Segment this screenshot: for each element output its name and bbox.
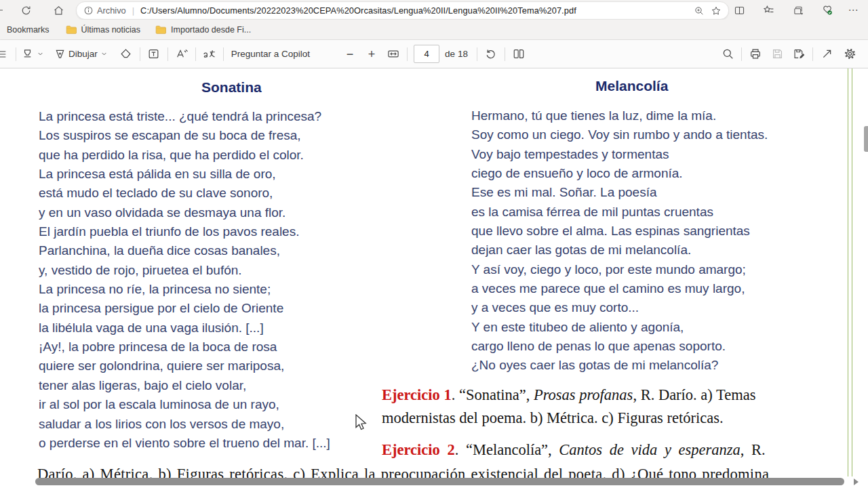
save-as-icon[interactable] (790, 45, 808, 64)
horizontal-scrollbar[interactable] (35, 478, 844, 485)
exercise-1-label: Ejercicio 1 (382, 386, 452, 403)
exercise-2-line-1: Ejercicio 2. “Melancolía”, Cantos de vid… (382, 441, 766, 459)
mouse-cursor (353, 414, 368, 432)
rotate-icon[interactable] (482, 45, 500, 64)
bookmark-folder-importado[interactable]: Importado desde Fi... (150, 22, 256, 38)
page-number-input[interactable]: 4 (414, 45, 439, 63)
bookmarks-root-item[interactable]: Bookmarks (1, 22, 55, 38)
exercise-1-line-1: Ejercicio 1. “Sonatina”, Prosas profanas… (382, 386, 755, 404)
bookmark-folder-label: Últimas noticias (81, 25, 141, 35)
poem-sonatina: La princesa está triste... ¿qué tendrá l… (39, 107, 330, 453)
search-icon[interactable] (719, 45, 736, 64)
pdf-toolbar: Dibujar Preguntar a Copilot − + (0, 40, 868, 68)
poem-title-melancolia: Melancolía (595, 78, 668, 94)
translate-icon[interactable] (201, 45, 218, 64)
site-label: Archivo (97, 5, 126, 16)
folder-icon (155, 25, 167, 35)
info-icon[interactable] (83, 5, 94, 16)
pdf-page: Sonatina La princesa está triste... ¿qué… (0, 68, 868, 488)
save-icon (768, 45, 786, 64)
highlighter-icon[interactable] (21, 45, 44, 64)
more-menu-icon[interactable]: ⋯ (845, 2, 861, 18)
zoom-out-button[interactable]: − (341, 45, 359, 64)
copilot-label: Preguntar a Copilot (231, 49, 310, 59)
text-box-icon[interactable] (145, 45, 163, 64)
print-icon[interactable] (747, 45, 764, 64)
address-bar[interactable]: Archivo | C:/Users/Alumno/Documents/2022… (76, 1, 729, 20)
page-view-icon[interactable] (510, 45, 528, 64)
zoom-in-button[interactable]: + (363, 45, 380, 64)
browser-essentials-icon[interactable] (819, 2, 835, 18)
exercise-2-label: Ejercicio 2 (382, 441, 455, 458)
chevron-down-icon (100, 50, 108, 58)
address-separator: | (132, 5, 134, 16)
favorites-hub-icon[interactable] (761, 2, 777, 18)
settings-gear-icon[interactable] (841, 45, 859, 64)
copilot-button[interactable]: Preguntar a Copilot (229, 45, 313, 64)
back-icon[interactable] (0, 2, 7, 18)
page-count-label: de 18 (445, 49, 468, 59)
draw-label: Dibujar (68, 49, 98, 59)
pen-icon (54, 47, 66, 60)
bookmark-folder-label: Importado desde Fi... (171, 25, 251, 35)
page-border-line (848, 68, 852, 476)
exercise-1-line-2: modernistas del poema. b) Métrica. c) Fi… (382, 409, 724, 427)
browser-toolbar: Archivo | C:/Users/Alumno/Documents/2022… (0, 0, 868, 20)
poem-title-sonatina: Sonatina (201, 79, 262, 96)
collections-icon[interactable] (790, 2, 806, 18)
eraser-icon[interactable] (117, 45, 135, 64)
scroll-right-arrow-icon[interactable] (854, 479, 859, 485)
read-aloud-icon[interactable] (173, 45, 191, 64)
chevron-down-icon (37, 50, 44, 58)
browser-window: Archivo | C:/Users/Alumno/Documents/2022… (0, 0, 868, 488)
contents-icon[interactable] (0, 45, 11, 64)
bookmark-folder-ultimas-noticias[interactable]: Últimas noticias (60, 22, 146, 38)
bookmarks-label: Bookmarks (7, 25, 50, 35)
bookmarks-bar: Bookmarks Últimas noticias Importado des… (0, 20, 868, 40)
split-screen-icon[interactable] (731, 2, 747, 18)
refresh-icon[interactable] (18, 2, 34, 18)
draw-button[interactable]: Dibujar (54, 45, 108, 64)
folder-icon (66, 25, 77, 35)
url-text[interactable]: C:/Users/Alumno/Documents/20222023%20CEP… (140, 5, 690, 16)
poem-melancolia: Hermano, tú que tienes la luz, dime la m… (471, 106, 768, 375)
favorite-star-icon[interactable] (711, 5, 722, 16)
zoom-page-icon[interactable] (694, 5, 705, 16)
home-icon[interactable] (50, 2, 66, 18)
fullscreen-icon[interactable] (818, 45, 835, 64)
fit-width-icon[interactable] (384, 45, 402, 64)
vertical-scrollbar[interactable] (864, 126, 868, 152)
